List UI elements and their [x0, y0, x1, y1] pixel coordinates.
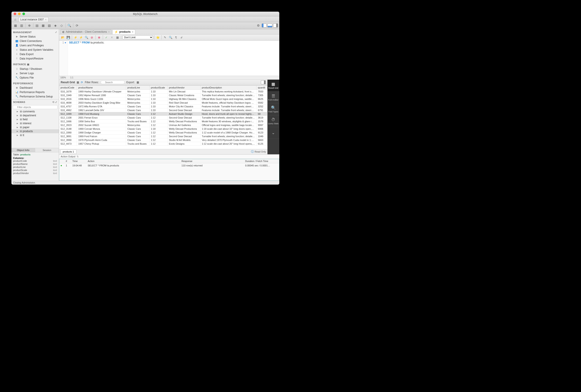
sidebar-item-schema-setup[interactable]: 🔧Performance Schema Setup — [12, 94, 59, 99]
connection-tab[interactable]: Local instance 3307 × — [18, 17, 48, 22]
table-row[interactable]: S12_38911969 Ford FalconClassic Cars1:12… — [59, 134, 267, 138]
autocommit-icon[interactable]: ▦ — [115, 35, 120, 39]
sidebar-item-client-connections[interactable]: 👥Client Connections — [12, 39, 59, 43]
close-icon[interactable]: × — [108, 30, 110, 33]
open-sql-file-icon[interactable]: ▥ — [19, 23, 24, 28]
table-row[interactable]: S12_44731957 Chevy PickupTrucks and Buse… — [59, 142, 267, 145]
tool-field-types[interactable]: 🔍Field Types — [268, 103, 279, 115]
toggle-whitespace-icon[interactable]: ¶ — [174, 35, 178, 39]
close-icon[interactable] — [14, 12, 16, 15]
reconnect-icon[interactable]: ⟳ — [74, 23, 80, 28]
zoom-level[interactable]: 100% — [60, 76, 66, 79]
collapse-icon[interactable]: ⤢ — [55, 31, 57, 33]
refresh-icon[interactable]: ⟲ — [52, 101, 54, 104]
table-row[interactable]: S10_46982003 Harley-Davidson Eagle Drag … — [59, 101, 267, 104]
column-header[interactable]: productLine — [126, 85, 149, 89]
execute-icon[interactable]: ⚡ — [73, 35, 78, 39]
close-icon[interactable]: × — [132, 30, 133, 33]
sidebar-item-dashboard[interactable]: ◉Dashboard — [12, 86, 59, 90]
toggle-left-panel-icon[interactable] — [262, 23, 266, 27]
object-info-tab[interactable]: Object Info — [12, 148, 35, 152]
tree-item-paper[interactable]: ▶▦paper — [12, 125, 59, 129]
wrap-icon[interactable]: ↲ — [179, 35, 184, 39]
inspector-icon[interactable]: ⊕ — [26, 23, 32, 28]
tree-item-comments[interactable]: ▶▦comments — [12, 109, 59, 113]
table-row[interactable]: S12_39901970 Plymouth Hemi CudaClassic C… — [59, 138, 267, 142]
column-header[interactable]: productScale — [150, 85, 168, 89]
sidebar-item-startup[interactable]: ▯Startup / Shutdown — [12, 67, 59, 71]
session-tab[interactable]: Session — [35, 148, 59, 152]
tree-item-tt[interactable]: ▶▦tt — [12, 133, 59, 137]
column-header[interactable]: productVendor — [168, 85, 200, 89]
export-icon[interactable]: ▦ — [136, 81, 139, 84]
schema-filter-input[interactable] — [13, 105, 58, 109]
commit-icon[interactable]: ✓ — [104, 35, 109, 39]
maximize-icon[interactable] — [22, 12, 25, 15]
beautify-icon[interactable]: ✎ — [163, 35, 168, 39]
table-row[interactable]: S12_11082001 Ferrari EnzoClassic Cars1:1… — [59, 116, 267, 119]
tool-result-grid[interactable]: ▦Result Grid — [268, 80, 279, 91]
tool-query-stats[interactable]: ⏱Query Stats — [268, 115, 279, 127]
minimize-icon[interactable] — [18, 12, 21, 15]
sidebar-item-reports[interactable]: 📊Performance Reports — [12, 90, 59, 94]
find-icon[interactable]: 🔍 — [168, 35, 173, 39]
dropdown-icon[interactable]: ⇅ — [77, 155, 78, 158]
table-row[interactable]: S10_49621962 LanciaA Delta 16VClassic Ca… — [59, 108, 267, 112]
sidebar-item-options[interactable]: 🔧Options File — [12, 75, 59, 80]
filter-rows-input[interactable] — [100, 80, 125, 84]
settings-icon[interactable]: ⚙ — [256, 23, 261, 28]
create-view-icon[interactable]: ▧ — [46, 23, 52, 28]
expand-icon[interactable]: ⤢ — [55, 101, 57, 104]
limit-select[interactable]: Don't Limit — [122, 35, 153, 39]
home-icon[interactable]: ⌂ — [12, 17, 18, 22]
editor-tab-products[interactable]: ⚡products× — [112, 29, 135, 34]
table-row[interactable]: S12_10991968 Ford MustangClassic Cars1:1… — [59, 112, 267, 116]
create-table-icon[interactable]: ▦ — [40, 23, 46, 28]
toggle-stop-icon[interactable]: ⊗ — [97, 35, 102, 39]
rollback-icon[interactable]: ✕ — [110, 35, 114, 39]
search-table-icon[interactable]: 🔍 — [66, 23, 72, 28]
star-icon[interactable]: ⭐ — [156, 35, 160, 39]
tree-item-department[interactable]: ▶▦department — [12, 113, 59, 117]
sidebar-item-import[interactable]: ⇧Data Import/Restore — [12, 56, 59, 61]
tree-item-field[interactable]: ▶▦field — [12, 117, 59, 121]
create-func-icon[interactable]: ◇ — [59, 23, 64, 28]
result-tab-products1[interactable]: products 1 — [60, 149, 76, 154]
close-tab-icon[interactable]: × — [45, 18, 46, 21]
result-grid[interactable]: productCodeproductNameproductLineproduct… — [59, 85, 268, 149]
column-header[interactable]: quantit — [256, 85, 267, 89]
stop-icon[interactable]: ⊘ — [90, 35, 94, 39]
sidebar-item-status-vars[interactable]: ≡Status and System Variables — [12, 48, 59, 52]
table-row[interactable]: S12_16661958 Setra BusTrucks and Buses1:… — [59, 119, 267, 123]
tree-item-interest[interactable]: ▶▦interest — [12, 121, 59, 125]
editor-tab-admin[interactable]: ◐Administration - Client Connections× — [60, 29, 112, 34]
table-row[interactable]: S10_47571972 Alfa Romeo GTAClassic Cars1… — [59, 104, 267, 108]
column-header[interactable]: productName — [77, 85, 126, 89]
explain-icon[interactable]: 🔍 — [84, 35, 89, 39]
table-row[interactable]: S10_20161996 Moto Guzzi 1100iMotorcycles… — [59, 97, 267, 101]
toggle-result-side-icon[interactable] — [261, 80, 266, 84]
create-schema-icon[interactable]: ▤ — [34, 23, 40, 28]
column-header[interactable]: productCode — [59, 85, 77, 89]
execute-step-icon[interactable]: ⚡ — [78, 35, 84, 39]
table-row[interactable]: S12_28232002 Suzuki XREOMotorcycles1:12U… — [59, 123, 267, 127]
sql-editor[interactable]: 1 ● SELECT * FROM ta.products; — [59, 41, 279, 76]
column-header[interactable]: productDescription — [200, 85, 256, 89]
create-proc-icon[interactable]: ◈ — [53, 23, 58, 28]
new-sql-tab-icon[interactable]: ▦ — [13, 23, 18, 28]
toggle-right-panel-icon[interactable] — [273, 23, 278, 27]
tool-form-editor[interactable]: ☰Form Editor — [268, 91, 279, 103]
table-row[interactable]: S12_31481969 Corvair MonzaClassic Cars1:… — [59, 127, 267, 131]
sidebar-item-export[interactable]: ⇩Data Export — [12, 52, 59, 56]
table-row[interactable]: S10_16781969 Harley Davidson Ultimate Ch… — [59, 89, 267, 93]
toggle-bottom-panel-icon[interactable] — [268, 23, 272, 27]
action-row[interactable]: ● 1 19:04:48 SELECT * FROM ta.products 1… — [59, 163, 279, 168]
sidebar-item-users[interactable]: 👤Users and Privileges — [12, 43, 59, 48]
refresh-result-icon[interactable]: ⟳ — [81, 81, 83, 84]
table-row[interactable]: S10_19491952 Alpine Renault 1300Classic … — [59, 93, 267, 97]
save-file-icon[interactable]: 💾 — [66, 35, 71, 39]
open-file-icon[interactable]: 📂 — [60, 35, 65, 39]
sidebar-item-logs[interactable]: ▲Server Logs — [12, 71, 59, 75]
tree-item-products[interactable]: ▶▦products — [12, 129, 59, 133]
table-row[interactable]: S12_33801968 Dodge ChargerClassic Cars1:… — [59, 131, 267, 134]
